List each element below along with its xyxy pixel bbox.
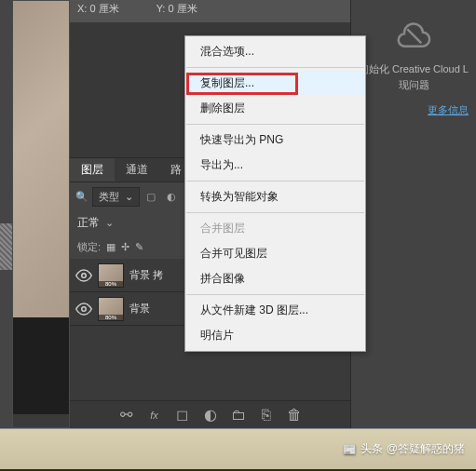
menu-quick-export-png[interactable]: 快速导出为 PNG <box>185 128 365 153</box>
search-icon[interactable]: 🔍 <box>75 191 88 203</box>
more-info-link[interactable]: 更多信息 <box>351 92 476 128</box>
menu-new-3d-layer[interactable]: 从文件新建 3D 图层... <box>185 298 365 323</box>
watermark-text: 📰 头条 @答疑解惑的猪 <box>343 441 465 457</box>
layer-thumbnail[interactable] <box>98 263 124 288</box>
watermark-prefix: 头条 <box>360 441 383 457</box>
lock-pixels-icon[interactable]: ▦ <box>106 241 116 253</box>
app-left-edge <box>0 0 12 428</box>
layers-bottom-toolbar: ⚯ fx ◻ ◐ 🗀 ⎘ 🗑 <box>70 400 350 428</box>
cc-error-text1: 初始化 Creative Cloud L <box>351 61 476 77</box>
eye-icon[interactable] <box>75 267 92 284</box>
lock-all-icon[interactable]: ✎ <box>135 241 143 253</box>
menu-duplicate-layer[interactable]: 复制图层... <box>185 71 365 96</box>
filter-pixel-icon[interactable]: ▢ <box>143 189 158 204</box>
layer-name[interactable]: 背景 <box>129 302 150 316</box>
tab-layers[interactable]: 图层 <box>70 158 115 182</box>
trash-icon[interactable]: 🗑 <box>287 408 302 423</box>
menu-separator <box>186 124 364 125</box>
menu-convert-smart-object[interactable]: 转换为智能对象 <box>185 184 365 209</box>
canvas-image[interactable] <box>13 1 69 317</box>
menu-postcard[interactable]: 明信片 <box>185 323 365 348</box>
svg-line-2 <box>407 29 421 43</box>
adjustment-icon[interactable]: ◐ <box>203 408 218 423</box>
menu-separator <box>186 294 364 295</box>
layer-thumbnail[interactable] <box>98 297 124 321</box>
watermark-user: @答疑解惑的猪 <box>387 441 465 457</box>
filter-type-select[interactable]: 类型⌄ <box>92 187 140 207</box>
dropdown-icon[interactable]: ⌄ <box>105 217 114 229</box>
filter-adjust-icon[interactable]: ◐ <box>164 189 179 204</box>
svg-point-0 <box>82 273 87 277</box>
mask-icon[interactable]: ◻ <box>175 408 190 423</box>
canvas-area <box>12 0 70 428</box>
layer-name[interactable]: 背景 拷 <box>129 268 163 282</box>
menu-separator <box>186 212 364 213</box>
menu-merge-layers: 合并图层 <box>185 216 365 241</box>
menu-merge-visible[interactable]: 合并可见图层 <box>185 241 365 266</box>
cc-error-text2: 现问题 <box>351 77 476 93</box>
svg-point-1 <box>82 306 87 311</box>
folder-icon[interactable]: 🗀 <box>231 408 246 423</box>
menu-export-as[interactable]: 导出为... <box>185 153 365 178</box>
cloud-error-icon <box>395 17 432 54</box>
cc-libraries-panel: 初始化 Creative Cloud L 现问题 更多信息 <box>350 0 476 428</box>
menu-separator <box>186 67 364 68</box>
lock-label: 锁定: <box>77 240 101 254</box>
new-layer-icon[interactable]: ⎘ <box>259 408 274 423</box>
tab-channels[interactable]: 通道 <box>115 158 159 182</box>
watermark-bar: 📰 头条 @答疑解惑的猪 <box>0 428 476 469</box>
menu-flatten-image[interactable]: 拼合图像 <box>185 266 365 291</box>
link-icon[interactable]: ⚯ <box>119 408 134 423</box>
coord-x: X: 0 厘米 <box>77 2 119 16</box>
toutiao-icon: 📰 <box>343 443 357 456</box>
menu-blending-options[interactable]: 混合选项... <box>185 39 365 64</box>
lock-position-icon[interactable]: ✢ <box>121 241 129 253</box>
canvas-scroll[interactable] <box>13 414 69 427</box>
coordinates-bar: X: 0 厘米 Y: 0 厘米 <box>70 0 350 17</box>
menu-delete-layer[interactable]: 删除图层 <box>185 96 365 121</box>
menu-separator <box>186 181 364 182</box>
eye-icon[interactable] <box>75 301 92 317</box>
coord-y: Y: 0 厘米 <box>156 2 197 16</box>
layer-context-menu: 混合选项... 复制图层... 删除图层 快速导出为 PNG 导出为... 转换… <box>184 35 366 352</box>
fx-icon[interactable]: fx <box>147 408 162 423</box>
blend-mode-select[interactable]: 正常 <box>77 215 100 231</box>
